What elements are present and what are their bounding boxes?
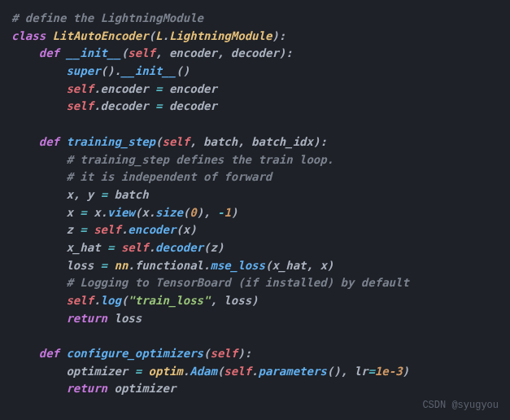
watermark: CSDN @syugyou bbox=[422, 398, 499, 413]
fn-training-step: training_step bbox=[66, 135, 155, 148]
fn-init: __init__ bbox=[66, 46, 120, 59]
class-name: LitAutoEncoder bbox=[53, 29, 149, 42]
keyword-class: class bbox=[11, 29, 46, 42]
code-block: # define the LightningModule class LitAu… bbox=[11, 10, 499, 398]
fn-configure-optimizers: configure_optimizers bbox=[66, 347, 203, 360]
comment: # define the LightningModule bbox=[11, 11, 203, 24]
